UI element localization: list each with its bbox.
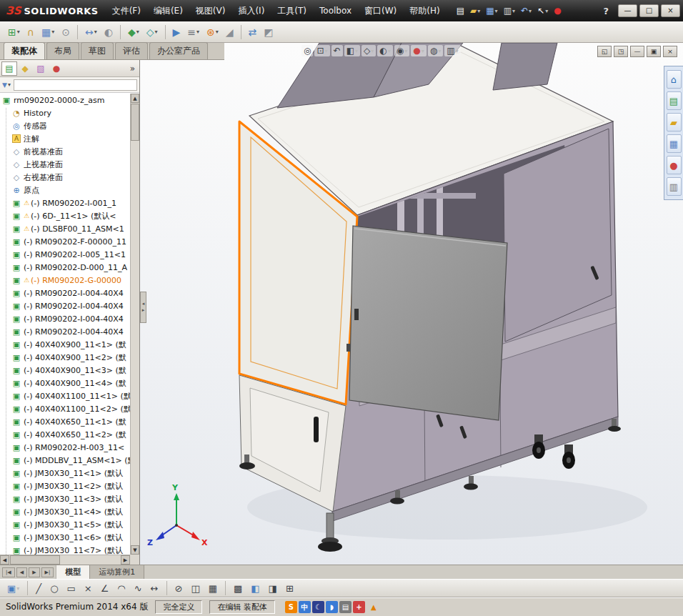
menu-item[interactable]: 工具(T): [271, 4, 313, 19]
rectangle-icon[interactable]: ▭: [63, 581, 79, 596]
dropdown-arrow-icon[interactable]: ▾: [371, 48, 374, 54]
tab-nav-button[interactable]: ▶: [29, 567, 39, 577]
grid-icon[interactable]: ▩: [230, 581, 246, 596]
dropdown-arrow-icon[interactable]: ▾: [16, 585, 19, 592]
menu-item[interactable]: 文件(F): [106, 4, 147, 19]
instant3d-icon[interactable]: ◢: [223, 24, 236, 40]
mirror-icon[interactable]: ◫: [187, 581, 203, 596]
line-icon[interactable]: ╱: [32, 581, 45, 596]
previous-view-icon[interactable]: ↶: [331, 45, 343, 56]
command-tab[interactable]: 布局: [46, 42, 79, 59]
tree-item[interactable]: ▣(-) 40X40X900_11<1> (默: [0, 338, 130, 351]
dropdown-arrow-icon[interactable]: ▾: [438, 48, 441, 54]
doc-tile-button[interactable]: ◳: [614, 46, 628, 57]
tray-expand-icon[interactable]: ▲: [371, 603, 379, 611]
maximize-button[interactable]: □: [639, 4, 659, 17]
splitter-right-icon[interactable]: ▸: [142, 307, 145, 314]
halfwidth-icon[interactable]: ◗: [326, 601, 338, 613]
command-tab[interactable]: 评估: [115, 42, 148, 59]
new-document-icon[interactable]: ▤: [454, 5, 467, 16]
tree-item[interactable]: ▣⚠(-) RM090202-G-00000: [0, 274, 130, 287]
dropdown-arrow-icon[interactable]: ▾: [512, 8, 515, 14]
graphics-viewport[interactable]: Y X Z ◎⊡▾↶◧▾◇▾◐▾◉▾●▾◍▾▥▾ ◱◳—▣×: [140, 43, 683, 565]
doc-close-button[interactable]: ×: [663, 46, 677, 57]
menu-item[interactable]: Toolbox: [313, 4, 358, 17]
vertical-scroll-thumb[interactable]: [131, 104, 139, 141]
scroll-down-icon[interactable]: ▼: [131, 545, 139, 555]
model-tab[interactable]: 模型: [56, 565, 90, 579]
model-tab[interactable]: 运动算例1: [90, 565, 144, 579]
model-canvas[interactable]: Y X Z: [140, 43, 683, 565]
tree-item[interactable]: ▣(-) JM30X30_11<5> (默认: [0, 518, 130, 531]
dropdown-arrow-icon[interactable]: ▾: [51, 29, 54, 35]
open-door-latch[interactable]: [354, 309, 359, 320]
design-library-icon[interactable]: ▤: [667, 91, 682, 110]
edit-appearance-icon[interactable]: ●▾: [411, 45, 427, 56]
tree-item[interactable]: ▣(-) RM090202-I-004-40X4: [0, 312, 130, 325]
menu-item[interactable]: 窗口(W): [358, 4, 403, 19]
dimension-icon[interactable]: ↔: [147, 581, 162, 596]
zoom-fit-icon[interactable]: ◎: [301, 45, 313, 56]
toolbox-tray-icon[interactable]: +: [353, 601, 365, 613]
reference-geometry-icon[interactable]: ◇▾: [144, 24, 161, 40]
tab-nav-button[interactable]: ▶|: [41, 567, 54, 577]
tree-item[interactable]: ▣(-) RM090202-I-005_11<1: [0, 248, 130, 261]
filter-dropdown-icon[interactable]: ▾: [8, 81, 11, 88]
doc-cascade-button[interactable]: ◱: [597, 46, 612, 57]
moon-icon[interactable]: ☾: [312, 601, 324, 613]
doc-restore-button[interactable]: ▣: [647, 46, 661, 57]
dropdown-arrow-icon[interactable]: ▾: [456, 48, 459, 54]
tree-root-item[interactable]: ▣rm090202-0000-z_asm: [0, 94, 130, 106]
menu-item[interactable]: 编辑(E): [147, 4, 189, 19]
print-icon[interactable]: ▥▾: [502, 5, 517, 16]
configuration-manager-tab[interactable]: ▧: [33, 61, 49, 76]
tree-item[interactable]: ⊕原点: [0, 184, 130, 197]
save-icon[interactable]: ▦▾: [484, 5, 499, 16]
open-door[interactable]: [349, 226, 507, 420]
insert-components-icon[interactable]: ⊞▾: [5, 24, 23, 40]
tree-item[interactable]: ◇右视基准面: [0, 171, 130, 184]
tree-item[interactable]: ▣(-) 40X40X1100_11<2> (默: [0, 402, 130, 415]
new-motion-study-icon[interactable]: ▶: [170, 24, 184, 40]
dropdown-arrow-icon[interactable]: ▾: [216, 29, 219, 35]
tree-item[interactable]: ▣(-) JM30X30_11<3> (默认: [0, 492, 130, 505]
tree-item[interactable]: ▣(-) RM090202-F-00000_11: [0, 235, 130, 248]
record-icon[interactable]: ●: [552, 5, 563, 16]
tree-item[interactable]: ▣(-) JM30X30_11<4> (默认: [0, 505, 130, 518]
splitter-left-icon[interactable]: ◂: [142, 301, 145, 307]
command-tab[interactable]: 装配体: [4, 42, 45, 59]
sogou-input-icon[interactable]: S: [285, 601, 297, 613]
command-tab[interactable]: 草图: [81, 42, 114, 59]
view-orientation-icon[interactable]: ◇▾: [362, 45, 376, 56]
spline-icon[interactable]: ∿: [131, 581, 146, 596]
tree-item[interactable]: ▣(-) JM30X30_11<6> (默认: [0, 531, 130, 544]
tree-item[interactable]: ◇上视基准面: [0, 158, 130, 171]
tree-item[interactable]: ▣(-) 40X40X900_11<4> (默: [0, 377, 130, 389]
minimize-button[interactable]: —: [618, 4, 637, 17]
exploded-view-icon[interactable]: ⊛▾: [204, 24, 221, 40]
featuremanager-tree-tab[interactable]: ▤: [1, 61, 17, 76]
menu-item[interactable]: 帮助(H): [403, 4, 446, 19]
dropdown-arrow-icon[interactable]: ▾: [495, 8, 498, 14]
evaluate-icon[interactable]: ⊞: [282, 581, 297, 596]
move-component-icon[interactable]: ↔▾: [82, 24, 100, 40]
tree-item[interactable]: ▣⚠(-) DLSBF00_11_ASM<1: [0, 222, 130, 235]
tree-item[interactable]: ▣(-) JM30X30_11<7> (默认: [0, 544, 130, 555]
horizontal-scroll-thumb[interactable]: [10, 555, 60, 565]
appearances-icon[interactable]: ●: [667, 156, 682, 174]
tree-item[interactable]: ▣(-) 40X40X900_11<3> (默: [0, 364, 130, 377]
tree-item[interactable]: ▣(-) 40X40X1100_11<1> (默: [0, 389, 130, 402]
tree-item[interactable]: ▣(-) RM090202-D-000_11_A: [0, 261, 130, 274]
tree-item[interactable]: ▣⚠(-) RM090202-I-001_1: [0, 197, 130, 209]
close-button[interactable]: ×: [661, 4, 680, 17]
tree-item[interactable]: ▣(-) 40X40X650_11<2> (默: [0, 428, 130, 441]
tree-item[interactable]: ▣(-) RM090202-I-004-40X4: [0, 325, 130, 338]
zoom-area-icon[interactable]: ⊡▾: [314, 45, 329, 56]
tree-item[interactable]: ◔History: [0, 106, 130, 119]
menu-item[interactable]: 视图(V): [189, 4, 232, 19]
tree-item[interactable]: ▣(-) JM30X30_11<2> (默认: [0, 480, 130, 492]
tree-item[interactable]: ▣⚠(-) 6D-_11<1> (默认<: [0, 209, 130, 222]
arc-icon[interactable]: ◠: [114, 581, 129, 596]
command-tab[interactable]: 办公室产品: [149, 42, 208, 59]
dropdown-arrow-icon[interactable]: ▾: [422, 48, 424, 54]
